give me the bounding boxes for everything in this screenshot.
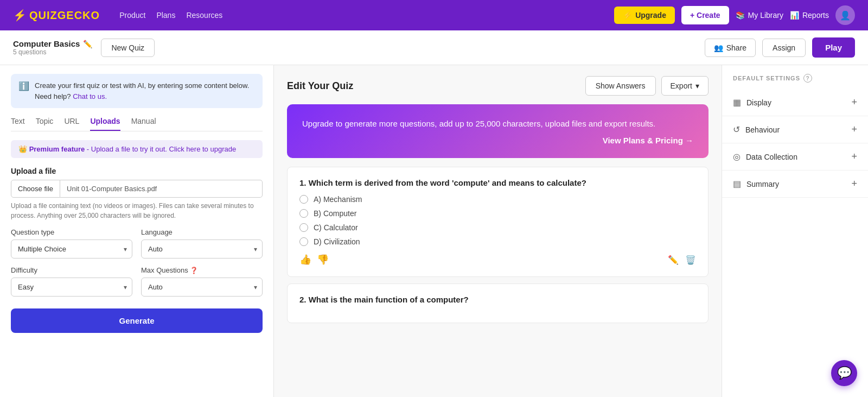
premium-banner: 👑 Premium feature - Upload a file to try… [11,140,263,158]
assign-button[interactable]: Assign [762,39,806,57]
tab-text[interactable]: Text [11,117,25,131]
max-questions-group: Max Questions ❓ Auto ▾ [141,266,263,297]
tab-url[interactable]: URL [64,117,79,131]
radio-1c[interactable] [299,223,308,232]
quiz-title: Computer Basics [13,39,80,48]
file-name-display: Unit 01-Computer Basics.pdf [60,180,263,198]
export-button[interactable]: Export ▾ [661,76,709,96]
radio-1d[interactable] [299,237,308,246]
my-library-link[interactable]: 📚 My Library [736,11,783,20]
quiz-subtitle: 5 questions [13,48,92,56]
view-plans-link[interactable]: View Plans & Pricing → [302,136,693,145]
export-chevron-icon: ▾ [695,81,699,90]
file-input-row: Choose file Unit 01-Computer Basics.pdf [11,180,263,198]
answer-option-1d: D) Civilization [299,237,696,246]
question-card-1: 1. Which term is derived from the word '… [287,167,709,277]
difficulty-select[interactable]: Easy [11,278,132,297]
upload-hint: Upload a file containing text (no videos… [11,201,263,220]
nav-links: Product Plans Resources [119,11,222,20]
answer-option-1a: A) Mechanism [299,195,696,204]
settings-help-icon[interactable]: ? [803,74,812,83]
chat-link[interactable]: Chat to us. [73,92,107,100]
new-quiz-button[interactable]: New Quiz [101,39,155,57]
answer-option-1b: B) Computer [299,209,696,218]
upgrade-banner-text: Upgrade to generate more questions, add … [302,117,693,130]
settings-label: DEFAULT SETTINGS ? [722,74,868,89]
thumbs-up-icon[interactable]: 👍 [299,254,311,266]
upgrade-button[interactable]: ⚡ Upgrade [614,7,675,24]
edit-quiz-title: Edit Your Quiz [287,80,353,92]
input-tabs: Text Topic URL Uploads Manual [11,117,263,131]
question-footer-1: 👍 👎 ✏️ 🗑️ [299,254,696,266]
tab-manual[interactable]: Manual [131,117,156,131]
chat-icon: 💬 [837,366,852,380]
settings-summary[interactable]: ▤ Summary + [722,171,868,198]
settings-behaviour[interactable]: ↺ Behaviour + [722,116,868,143]
delete-question-icon[interactable]: 🗑️ [685,255,696,265]
edit-question-icon[interactable]: ✏️ [668,255,679,265]
question-type-language-row: Question type Multiple Choice ▾ Language… [11,228,263,259]
library-icon: 📚 [736,11,745,20]
difficulty-maxq-row: Difficulty Easy ▾ Max Questions ❓ Auto ▾ [11,266,263,297]
center-actions: Show Answers Export ▾ [585,76,709,96]
answer-option-1c: C) Calculator [299,223,696,232]
display-label: Display [746,98,771,107]
question-type-select[interactable]: Multiple Choice [11,240,132,259]
center-panel: Edit Your Quiz Show Answers Export ▾ Upg… [274,65,722,397]
premium-label: Premium feature [29,145,85,153]
nav-resources[interactable]: Resources [186,11,222,20]
max-questions-select[interactable]: Auto [141,278,263,297]
settings-display[interactable]: ▦ Display + [722,89,868,116]
share-icon: 👥 [714,43,723,52]
data-collection-plus-icon: + [851,151,857,162]
user-avatar[interactable]: 👤 [835,5,855,25]
play-button[interactable]: Play [812,37,855,58]
tab-topic[interactable]: Topic [36,117,54,131]
show-answers-button[interactable]: Show Answers [585,76,656,96]
question-type-label: Question type [11,228,132,236]
question-text-2: 2. What is the main function of a comput… [299,295,696,304]
language-group: Language Auto ▾ [141,228,263,259]
upgrade-link[interactable]: - Upload a file to try it out. Click her… [87,145,236,153]
behaviour-icon: ↺ [733,124,740,135]
language-label: Language [141,228,263,236]
toolbar-right: 👥 Share Assign Play [705,37,855,58]
behaviour-label: Behaviour [745,125,780,134]
language-select[interactable]: Auto [141,240,263,259]
settings-data-collection[interactable]: ◎ Data Collection + [722,143,868,171]
nav-product[interactable]: Product [119,11,145,20]
create-button[interactable]: + Create [681,6,729,24]
thumbs-down-icon[interactable]: 👎 [317,254,329,266]
display-plus-icon: + [851,97,857,108]
difficulty-label: Difficulty [11,266,132,274]
logo[interactable]: ⚡QUIZGECKO [13,9,100,22]
upgrade-banner: Upgrade to generate more questions, add … [287,104,709,158]
info-banner: ℹ️ Create your first quiz or test with A… [11,74,263,108]
max-questions-label: Max Questions ❓ [141,266,263,274]
question-text-1: 1. Which term is derived from the word '… [299,178,696,187]
generate-button[interactable]: Generate [11,308,263,333]
max-questions-help-icon: ❓ [190,267,198,274]
nav-plans[interactable]: Plans [156,11,175,20]
info-icon: ℹ️ [18,81,29,102]
edit-title-icon[interactable]: ✏️ [83,40,92,48]
main-layout: ℹ️ Create your first quiz or test with A… [0,65,868,397]
radio-1a[interactable] [299,195,308,204]
summary-icon: ▤ [733,179,741,189]
right-panel: DEFAULT SETTINGS ? ▦ Display + ↺ Behavio… [722,65,868,397]
behaviour-plus-icon: + [851,124,857,135]
radio-1b[interactable] [299,209,308,218]
question-card-2: 2. What is the main function of a comput… [287,283,709,323]
summary-plus-icon: + [851,178,857,190]
share-button[interactable]: 👥 Share [705,39,756,57]
reports-link[interactable]: 📊 Reports [790,11,829,20]
quiz-title-area: Computer Basics ✏️ 5 questions [13,39,92,56]
reports-icon: 📊 [790,11,799,20]
data-collection-label: Data Collection [746,153,797,161]
data-collection-icon: ◎ [733,152,741,162]
navbar: ⚡QUIZGECKO Product Plans Resources ⚡ Upg… [0,0,868,30]
nav-right: ⚡ Upgrade + Create 📚 My Library 📊 Report… [614,5,855,25]
tab-uploads[interactable]: Uploads [90,117,120,131]
choose-file-button[interactable]: Choose file [11,180,60,198]
chat-button[interactable]: 💬 [831,360,857,386]
